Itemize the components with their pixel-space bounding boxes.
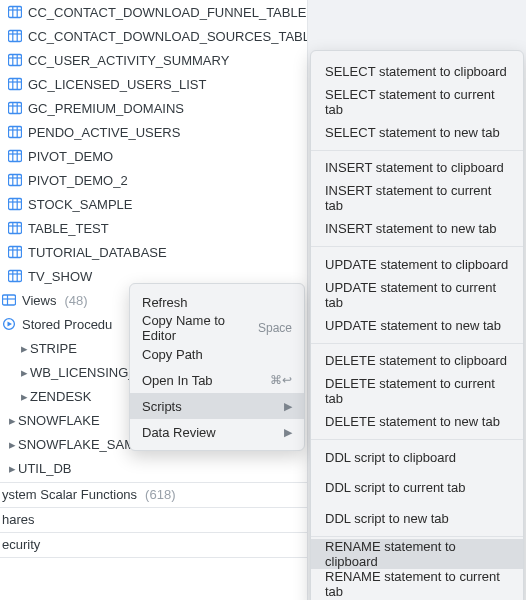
scripts-menu-item[interactable]: UPDATE statement to current tab (311, 280, 523, 311)
scripts-menu-item[interactable]: UPDATE statement to clipboard (311, 249, 523, 280)
views-icon (2, 293, 16, 307)
scripts-menu-item[interactable]: INSERT statement to new tab (311, 214, 523, 245)
menu-item-label: SELECT statement to new tab (325, 125, 500, 140)
table-icon (8, 29, 22, 43)
scripts-menu-item[interactable]: DELETE statement to clipboard (311, 346, 523, 377)
menu-separator (311, 343, 523, 344)
table-row[interactable]: GC_PREMIUM_DOMAINS (0, 96, 307, 120)
menu-item-label: Refresh (142, 295, 188, 310)
table-icon (8, 77, 22, 91)
database-name: SNOWFLAKE_SAM (18, 437, 135, 452)
scripts-menu-item[interactable]: DDL script to new tab (311, 503, 523, 534)
menu-separator (311, 150, 523, 151)
table-row[interactable]: GC_LICENSED_USERS_LIST (0, 72, 307, 96)
menu-separator (311, 246, 523, 247)
table-name: PIVOT_DEMO_2 (28, 173, 128, 188)
table-name: GC_LICENSED_USERS_LIST (28, 77, 206, 92)
scripts-menu-item[interactable]: DDL script to current tab (311, 473, 523, 504)
table-row[interactable]: PIVOT_DEMO (0, 144, 307, 168)
menu-item-label: Copy Name to Editor (142, 313, 244, 343)
table-icon (8, 197, 22, 211)
shortcut-label: Space (258, 321, 292, 335)
stored-procedures-label: Stored Procedu (22, 317, 112, 332)
menu-copy-name[interactable]: Copy Name to Editor Space (130, 315, 304, 341)
scripts-menu-item[interactable]: DELETE statement to current tab (311, 376, 523, 407)
chevron-right-icon: ▶ (284, 426, 292, 439)
scripts-menu-item[interactable]: SELECT statement to current tab (311, 87, 523, 118)
table-icon (8, 245, 22, 259)
menu-data-review[interactable]: Data Review ▶ (130, 419, 304, 445)
table-name: CC_CONTACT_DOWNLOAD_SOURCES_TABLE (28, 29, 308, 44)
schema-name: ZENDESK (30, 389, 91, 404)
menu-item-label: DELETE statement to current tab (325, 376, 509, 406)
scripts-menu-item[interactable]: DELETE statement to new tab (311, 407, 523, 438)
database-row[interactable]: ▸UTIL_DB (0, 456, 307, 480)
system-scalar-functions[interactable]: ystem Scalar Functions (618) (0, 483, 307, 505)
table-name: GC_PREMIUM_DOMAINS (28, 101, 184, 116)
menu-item-label: DDL script to current tab (325, 480, 465, 495)
table-name: PENDO_ACTIVE_USERS (28, 125, 180, 140)
table-name: CC_CONTACT_DOWNLOAD_FUNNEL_TABLE (28, 5, 306, 20)
schema-name: STRIPE (30, 341, 77, 356)
menu-item-label: UPDATE statement to new tab (325, 318, 501, 333)
stored-procedure-icon (2, 317, 16, 331)
menu-item-label: Copy Path (142, 347, 203, 362)
table-row[interactable]: TABLE_TEST (0, 216, 307, 240)
menu-item-label: DDL script to clipboard (325, 450, 456, 465)
table-row[interactable]: PIVOT_DEMO_2 (0, 168, 307, 192)
database-name: SNOWFLAKE (18, 413, 100, 428)
chevron-right-icon: ▶ (284, 400, 292, 413)
table-row[interactable]: CC_CONTACT_DOWNLOAD_FUNNEL_TABLE (0, 0, 307, 24)
menu-scripts[interactable]: Scripts ▶ (130, 393, 304, 419)
menu-item-label: SELECT statement to current tab (325, 87, 509, 117)
menu-item-label: INSERT statement to clipboard (325, 160, 504, 175)
scripts-menu-item[interactable]: RENAME statement to clipboard (311, 539, 523, 570)
scripts-menu-item[interactable]: INSERT statement to current tab (311, 183, 523, 214)
system-scalar-functions-label: ystem Scalar Functions (2, 487, 137, 502)
table-row[interactable]: TUTORIAL_DATABASE (0, 240, 307, 264)
table-icon (8, 53, 22, 67)
table-icon (8, 269, 22, 283)
scripts-menu-item[interactable]: INSERT statement to clipboard (311, 153, 523, 184)
table-icon (8, 149, 22, 163)
chevron-right-icon: ▸ (6, 408, 18, 432)
menu-item-label: DDL script to new tab (325, 511, 449, 526)
menu-refresh[interactable]: Refresh (130, 289, 304, 315)
scripts-menu-item[interactable]: SELECT statement to new tab (311, 117, 523, 148)
table-name: CC_USER_ACTIVITY_SUMMARY (28, 53, 229, 68)
menu-item-label: INSERT statement to new tab (325, 221, 497, 236)
shortcut-label: ⌘↩ (270, 373, 292, 387)
scripts-menu-item[interactable]: DDL script to clipboard (311, 442, 523, 473)
scripts-menu-item[interactable]: UPDATE statement to new tab (311, 310, 523, 341)
chevron-right-icon: ▸ (6, 456, 18, 480)
menu-copy-path[interactable]: Copy Path (130, 341, 304, 367)
menu-item-label: RENAME statement to clipboard (325, 539, 509, 569)
scripts-submenu[interactable]: SELECT statement to clipboardSELECT stat… (310, 50, 524, 600)
shares-group[interactable]: hares (0, 508, 307, 530)
schema-name: WB_LICENSING_I (30, 365, 139, 380)
views-count: (48) (64, 293, 87, 308)
menu-item-label: INSERT statement to current tab (325, 183, 509, 213)
menu-item-label: Data Review (142, 425, 216, 440)
menu-separator (311, 536, 523, 537)
table-icon (8, 173, 22, 187)
database-name: UTIL_DB (18, 461, 71, 476)
menu-open-in-tab[interactable]: Open In Tab ⌘↩ (130, 367, 304, 393)
shares-label: hares (2, 512, 35, 527)
table-row[interactable]: PENDO_ACTIVE_USERS (0, 120, 307, 144)
table-icon (8, 101, 22, 115)
menu-item-label: Open In Tab (142, 373, 213, 388)
scripts-menu-item[interactable]: SELECT statement to clipboard (311, 56, 523, 87)
chevron-right-icon: ▸ (18, 360, 30, 384)
context-menu[interactable]: Refresh Copy Name to Editor Space Copy P… (129, 283, 305, 451)
security-group[interactable]: ecurity (0, 533, 307, 555)
table-row[interactable]: CC_CONTACT_DOWNLOAD_SOURCES_TABLE (0, 24, 307, 48)
table-icon (8, 221, 22, 235)
menu-item-label: RENAME statement to current tab (325, 569, 509, 599)
menu-item-label: Scripts (142, 399, 182, 414)
table-row[interactable]: STOCK_SAMPLE (0, 192, 307, 216)
table-row[interactable]: CC_USER_ACTIVITY_SUMMARY (0, 48, 307, 72)
table-name: TV_SHOW (28, 269, 92, 284)
scripts-menu-item[interactable]: RENAME statement to current tab (311, 569, 523, 600)
menu-item-label: SELECT statement to clipboard (325, 64, 507, 79)
